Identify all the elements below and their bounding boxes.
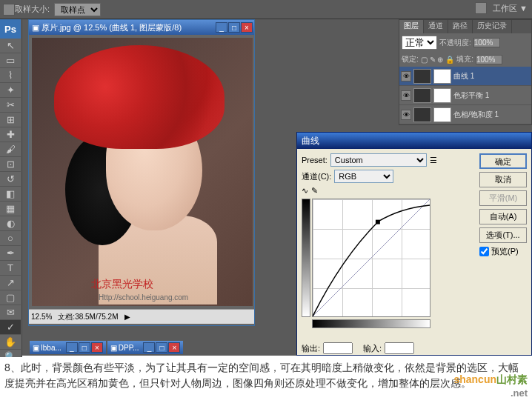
- screen-mode-icon[interactable]: [475, 2, 487, 14]
- sample-size-label: 取样大小:: [15, 4, 50, 15]
- move-tool[interactable]: ↖: [0, 39, 21, 53]
- options-bar: 取样大小: 取样点 工作区 ▼: [0, 0, 532, 19]
- crop-tool[interactable]: ✂: [0, 98, 21, 113]
- close-button[interactable]: ×: [91, 342, 103, 353]
- layer-thumb[interactable]: [413, 69, 431, 84]
- status-arrow-icon[interactable]: ▶: [124, 313, 130, 321]
- type-tool[interactable]: T: [0, 261, 21, 276]
- task-item[interactable]: ▣ DPP... _□×: [107, 341, 184, 354]
- eraser-tool[interactable]: ◧: [0, 187, 21, 202]
- history-brush-tool[interactable]: ↺: [0, 172, 21, 187]
- dodge-tool[interactable]: ○: [0, 231, 21, 246]
- shape-tool[interactable]: ▢: [0, 290, 21, 305]
- watermark-url: Http://school.heiguang.com: [99, 293, 188, 302]
- minimize-button[interactable]: _: [143, 342, 155, 353]
- layer-name[interactable]: 曲线 1: [453, 71, 474, 81]
- preset-select[interactable]: Custom: [330, 153, 427, 167]
- layer-thumb[interactable]: [413, 88, 431, 103]
- maximize-button[interactable]: □: [79, 342, 90, 353]
- eyedropper-tool[interactable]: ✓: [0, 320, 21, 335]
- tutorial-caption: 8、此时，背景颜色有些平淡，为了让其具有一定的空间感，可在其明暗度上稍做变化，依…: [0, 357, 532, 394]
- slice-tool[interactable]: ⊞: [0, 113, 21, 127]
- svg-line-0: [313, 199, 430, 316]
- workspace-dropdown[interactable]: 工作区 ▼: [493, 3, 528, 14]
- marquee-tool[interactable]: ▭: [0, 53, 21, 68]
- tab-history[interactable]: 历史记录: [473, 20, 512, 33]
- preset-label: Preset:: [302, 156, 327, 164]
- lock-label: 锁定:: [402, 54, 419, 64]
- brush-tool[interactable]: 🖌: [0, 142, 21, 157]
- pen-tool[interactable]: ✒: [0, 246, 21, 261]
- layer-mask[interactable]: [433, 107, 451, 122]
- layer-mask[interactable]: [433, 88, 451, 103]
- watermark-text: 北京黑光学校: [91, 278, 153, 291]
- curve-mode-icon[interactable]: ∿: [302, 186, 308, 196]
- layer-item[interactable]: 👁 色相/饱和度 1: [399, 105, 531, 124]
- pencil-mode-icon[interactable]: ✎: [311, 186, 318, 196]
- zoom-level[interactable]: 12.5%: [31, 313, 52, 321]
- visibility-icon[interactable]: 👁: [401, 90, 411, 101]
- tab-layers[interactable]: 图层: [399, 20, 424, 33]
- gradient-tool[interactable]: ▦: [0, 202, 21, 216]
- layer-name[interactable]: 色彩平衡 1: [453, 90, 489, 101]
- curve-point[interactable]: [376, 220, 380, 224]
- minimized-docs: ▣ Ibba... _□× ▣ DPP... _□×: [28, 339, 184, 356]
- document-titlebar[interactable]: ▣原片.jpg @ 12.5% (曲线 1, 图层蒙版/8) _ □ ×: [29, 20, 254, 35]
- path-tool[interactable]: ↗: [0, 276, 21, 290]
- document-canvas[interactable]: 北京黑光学校 Http://school.heiguang.com: [32, 38, 253, 306]
- minimize-button[interactable]: _: [216, 22, 227, 33]
- preset-menu-icon[interactable]: ☰: [430, 156, 437, 165]
- blend-mode-select[interactable]: 正常: [402, 36, 437, 50]
- lock-icons[interactable]: ▢ ✎ ⊕ 🔒: [421, 56, 454, 64]
- document-statusbar: 12.5% 文档:38.5M/75.2M ▶: [29, 309, 254, 324]
- notes-tool[interactable]: ✉: [0, 305, 21, 320]
- sample-size-select[interactable]: 取样点: [54, 3, 101, 16]
- wand-tool[interactable]: ✦: [0, 83, 21, 98]
- ps-logo-icon: Ps: [0, 19, 21, 39]
- minimize-button[interactable]: _: [66, 342, 78, 353]
- lasso-tool[interactable]: ⌇: [0, 68, 21, 83]
- layers-panel: 图层 通道 路径 历史记录 正常 不透明度: 锁定: ▢ ✎ ⊕ 🔒 填充: 👁…: [399, 19, 532, 125]
- tab-channels[interactable]: 通道: [424, 20, 448, 33]
- channel-label: 通道(C):: [302, 171, 331, 182]
- layer-name[interactable]: 色相/饱和度 1: [453, 110, 499, 120]
- heal-tool[interactable]: ✚: [0, 127, 21, 142]
- stamp-tool[interactable]: ⊡: [0, 157, 21, 172]
- close-button[interactable]: ×: [168, 342, 180, 353]
- input-input[interactable]: [385, 342, 414, 354]
- maximize-button[interactable]: □: [156, 342, 167, 353]
- cancel-button[interactable]: 取消: [479, 172, 527, 187]
- ok-button[interactable]: 确定: [479, 153, 527, 169]
- close-button[interactable]: ×: [241, 22, 253, 33]
- channel-select[interactable]: RGB: [334, 170, 393, 183]
- document-window: ▣原片.jpg @ 12.5% (曲线 1, 图层蒙版/8) _ □ × 北京黑…: [28, 19, 255, 326]
- visibility-icon[interactable]: 👁: [401, 110, 411, 120]
- options-button[interactable]: 选项(T)...: [479, 227, 527, 243]
- opacity-input[interactable]: [473, 38, 500, 47]
- layer-item[interactable]: 👁 色彩平衡 1: [399, 86, 531, 105]
- curve-line[interactable]: [313, 199, 430, 316]
- output-input[interactable]: [323, 342, 353, 354]
- hand-tool[interactable]: ✋: [0, 335, 21, 350]
- file-size: 文档:38.5M/75.2M: [58, 312, 118, 322]
- eyedropper-tool-icon[interactable]: [3, 4, 15, 16]
- layer-item[interactable]: 👁 曲线 1: [399, 67, 531, 86]
- document-title: ▣原片.jpg @ 12.5% (曲线 1, 图层蒙版/8): [30, 22, 182, 33]
- photoshop-window: 取样大小: 取样点 工作区 ▼ Ps ↖ ▭ ⌇ ✦ ✂ ⊞ ✚ 🖌 ⊡ ↺ ◧…: [0, 0, 532, 356]
- curves-dialog: 曲线 Preset: Custom ☰ 通道(C): RGB ∿ ✎: [296, 132, 532, 356]
- doc-icon: ▣: [33, 344, 39, 352]
- layer-thumb[interactable]: [413, 107, 431, 122]
- blur-tool[interactable]: ◐: [0, 216, 21, 231]
- auto-button[interactable]: 自动(A): [479, 209, 527, 224]
- curve-grid[interactable]: [312, 199, 430, 317]
- fill-label: 填充:: [456, 54, 473, 64]
- panel-tabs: 图层 通道 路径 历史记录: [399, 20, 531, 33]
- curves-titlebar[interactable]: 曲线: [297, 133, 531, 149]
- layer-mask[interactable]: [433, 69, 451, 84]
- visibility-icon[interactable]: 👁: [401, 71, 411, 81]
- preview-checkbox[interactable]: 预览(P): [479, 246, 527, 257]
- fill-input[interactable]: [476, 55, 502, 64]
- maximize-button[interactable]: □: [228, 22, 240, 33]
- task-item[interactable]: ▣ Ibba... _□×: [30, 341, 106, 354]
- tab-paths[interactable]: 路径: [448, 20, 473, 33]
